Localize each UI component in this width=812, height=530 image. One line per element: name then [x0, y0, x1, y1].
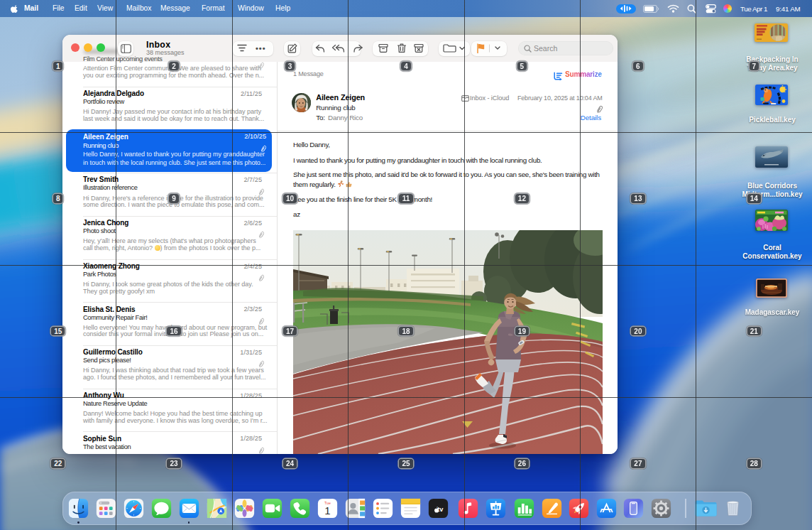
- svg-text:tv: tv: [437, 505, 444, 512]
- svg-text:1: 1: [324, 504, 330, 516]
